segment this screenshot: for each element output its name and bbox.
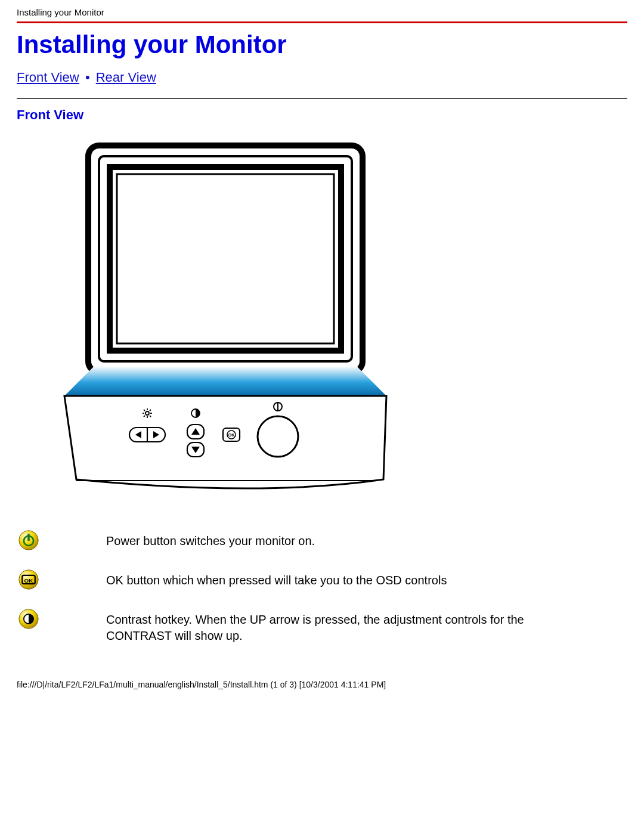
svg-marker-4 — [64, 366, 386, 396]
footer-path: file:///D|/rita/LF2/LF2/LFa1/multi_manua… — [17, 680, 627, 689]
power-icon — [17, 529, 41, 551]
monitor-diagram: OK — [52, 140, 627, 512]
legend-text-ok: OK button which when pressed will take y… — [106, 569, 547, 589]
legend: Power button switches your monitor on. O… — [17, 529, 627, 644]
legend-text-contrast: Contrast hotkey. When the UP arrow is pr… — [106, 608, 547, 644]
link-rear-view[interactable]: Rear View — [96, 70, 156, 85]
nav-separator: • — [83, 70, 92, 85]
legend-row-contrast: Contrast hotkey. When the UP arrow is pr… — [17, 608, 627, 644]
section-heading-front: Front View — [17, 107, 627, 123]
ok-icon: OK — [17, 569, 41, 590]
legend-text-power: Power button switches your monitor on. — [106, 529, 547, 549]
link-front-view[interactable]: Front View — [17, 70, 79, 85]
breadcrumb: Installing your Monitor — [17, 7, 627, 19]
legend-row-ok: OK OK button which when pressed will tak… — [17, 569, 627, 590]
contrast-icon — [17, 608, 41, 630]
svg-rect-3 — [117, 174, 334, 343]
section-nav: Front View • Rear View — [17, 70, 627, 85]
svg-text:OK: OK — [228, 433, 235, 437]
section-rule — [17, 98, 627, 99]
svg-rect-32 — [27, 534, 30, 541]
svg-point-8 — [258, 416, 298, 457]
header-rule — [17, 21, 627, 23]
page-title: Installing your Monitor — [17, 30, 627, 59]
svg-text:OK: OK — [24, 577, 34, 584]
legend-row-power: Power button switches your monitor on. — [17, 529, 627, 551]
